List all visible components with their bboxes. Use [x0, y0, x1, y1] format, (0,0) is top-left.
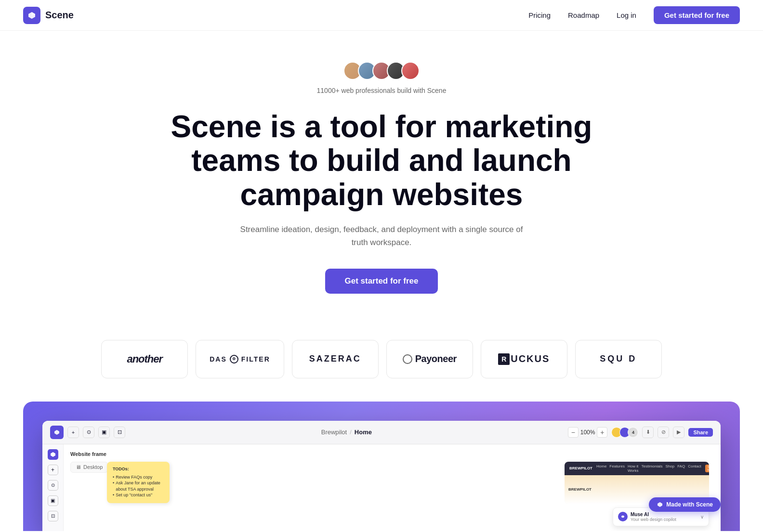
window-toolbar: + ⊙ ▣ ⊡ Brewpilot / Home − 100% + 4: [42, 421, 721, 444]
muse-title: Muse AI: [631, 512, 676, 517]
logo[interactable]: Scene: [23, 7, 74, 24]
logo-card-dasfilter: DAS ⚙ FILTER: [196, 340, 284, 378]
toolbar-link-icon[interactable]: ⊘: [658, 427, 669, 438]
share-button[interactable]: Share: [688, 428, 713, 437]
logo-icon: [23, 7, 40, 24]
logo-payoneer-text: Payoneer: [415, 353, 457, 364]
navbar: Scene Pricing Roadmap Log in Get started…: [0, 0, 763, 31]
breadcrumb-separator: /: [350, 428, 352, 436]
logo-card-sazerac: SAZERAC: [292, 340, 379, 378]
todo-title: TODOs:: [113, 467, 164, 471]
hero-title: Scene is a tool for marketing teams to b…: [165, 110, 598, 211]
toolbar-cursor-icon[interactable]: ⊙: [83, 427, 94, 438]
logo-card-squd: SQU D: [575, 340, 662, 378]
logo-ruckus-text: UCKUS: [511, 353, 550, 364]
toolbar-logo-icon: [50, 426, 64, 439]
window-sidebar: + ⊙ ▣ ⊡: [42, 444, 64, 531]
logo-sazerac: SAZERAC: [309, 354, 361, 364]
product-window: + ⊙ ▣ ⊡ Brewpilot / Home − 100% + 4: [42, 421, 721, 531]
hero-section: 11000+ web professionals build with Scen…: [0, 31, 763, 317]
muse-title-area: Muse AI Your web design copilot: [631, 512, 676, 522]
toolbar-left: + ⊙ ▣ ⊡: [50, 426, 125, 439]
logo-text: Scene: [45, 10, 74, 21]
social-proof-text: 11000+ web professionals build with Scen…: [317, 87, 447, 94]
todo-item-2: •Ask Jane for an update about TSA approv…: [113, 480, 164, 492]
muse-chevron-icon[interactable]: ∨: [700, 514, 704, 519]
sidebar-add-icon[interactable]: +: [48, 465, 58, 475]
todo-item-3: •Set up "contact us": [113, 492, 164, 498]
brewpilot-logo: BREWPILOT: [569, 466, 592, 470]
zoom-plus-button[interactable]: +: [597, 427, 607, 438]
hero-cta-button[interactable]: Get started for free: [325, 269, 437, 294]
logo-dasfilter-text: DAS: [210, 355, 227, 363]
frame-label: Website frame: [70, 451, 714, 457]
sidebar-logo-icon[interactable]: [48, 449, 58, 460]
zoom-controls: − 100% +: [568, 427, 608, 438]
bp-shop-button[interactable]: SHOP NOW: [705, 465, 709, 472]
todo-card: TODOs: •Review FAQs copy •Ask Jane for a…: [107, 462, 170, 503]
desktop-icon: 🖥: [76, 464, 81, 470]
logos-section: another DAS ⚙ FILTER SAZERAC Payoneer R …: [0, 317, 763, 378]
logo-dasfilter: DAS ⚙ FILTER: [210, 355, 270, 363]
dasfilter-icon: ⚙: [230, 355, 238, 363]
logo-card-another: another: [101, 340, 188, 378]
avatar: [401, 62, 420, 80]
breadcrumb-pre: Brewpilot: [321, 428, 347, 436]
logo-ruckus: R UCKUS: [498, 353, 550, 365]
todo-item-1: •Review FAQs copy: [113, 474, 164, 480]
toolbar-breadcrumb: Brewpilot / Home: [321, 428, 372, 436]
window-main-area: Website frame 🖥 Desktop 📱 Tablet TODOs:: [64, 444, 721, 531]
toolbar-add-icon[interactable]: +: [67, 427, 79, 438]
zoom-minus-button[interactable]: −: [568, 427, 579, 438]
payoneer-icon: [403, 354, 412, 364]
nav-pricing[interactable]: Pricing: [528, 11, 551, 19]
toolbar-image-icon[interactable]: ▣: [98, 427, 110, 438]
desktop-tab-label: Desktop: [83, 464, 103, 470]
toolbar-play-icon[interactable]: ▶: [673, 427, 684, 438]
logo-filter-text: FILTER: [241, 355, 270, 363]
collab-count: 4: [628, 427, 638, 438]
logo-payoneer: Payoneer: [403, 353, 457, 364]
muse-icon: [618, 512, 628, 521]
ruckus-icon: R: [498, 353, 510, 365]
sidebar-comment-icon[interactable]: ⊡: [48, 511, 58, 521]
product-section: + ⊙ ▣ ⊡ Brewpilot / Home − 100% + 4: [23, 402, 740, 531]
logo-another: another: [127, 353, 162, 365]
muse-header: Muse AI Your web design copilot ∨: [618, 512, 704, 522]
desktop-tab[interactable]: 🖥 Desktop: [70, 462, 108, 473]
made-with-label: Made with Scene: [666, 501, 713, 508]
logo-card-payoneer: Payoneer: [386, 340, 473, 378]
sidebar-clock-icon[interactable]: ⊙: [48, 480, 58, 491]
avatar-group: [343, 62, 420, 80]
breadcrumb-active: Home: [355, 428, 372, 436]
collab-avatars: 4: [611, 427, 638, 438]
nav-login[interactable]: Log in: [617, 11, 636, 19]
toolbar-text-icon[interactable]: ⊡: [114, 427, 125, 438]
nav-cta-button[interactable]: Get started for free: [654, 6, 740, 24]
made-with-badge: Made with Scene: [649, 497, 721, 512]
nav-links: Pricing Roadmap Log in Get started for f…: [528, 6, 740, 24]
logo-squd: SQU D: [600, 354, 637, 364]
muse-subtitle: Your web design copilot: [631, 517, 676, 522]
logo-card-ruckus: R UCKUS: [481, 340, 567, 378]
brewpilot-nav-links: Home Features How it Works Testimonials …: [596, 464, 701, 473]
hero-subtitle: Streamline ideation, design, feedback, a…: [237, 223, 526, 249]
nav-roadmap[interactable]: Roadmap: [568, 11, 599, 19]
brewpilot-nav: BREWPILOT Home Features How it Works Tes…: [565, 462, 709, 475]
sidebar-image-icon[interactable]: ▣: [48, 495, 58, 506]
zoom-value: 100%: [580, 429, 595, 436]
toolbar-right: − 100% + 4 ⬇ ⊘ ▶ Share: [568, 427, 713, 438]
window-content: + ⊙ ▣ ⊡ Website frame 🖥 Desktop 📱 Tablet: [42, 444, 721, 531]
toolbar-download-icon[interactable]: ⬇: [642, 427, 654, 438]
